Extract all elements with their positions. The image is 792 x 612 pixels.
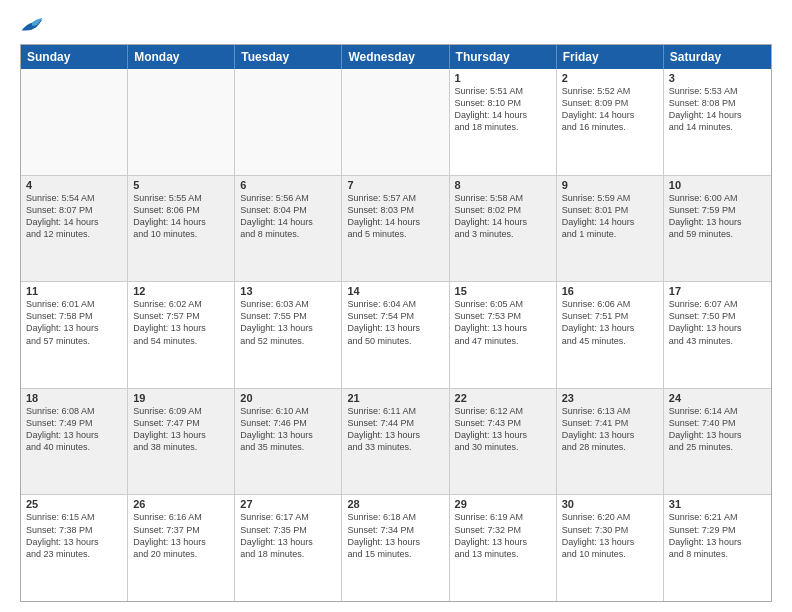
day-number: 29 bbox=[455, 498, 551, 510]
day-number: 5 bbox=[133, 179, 229, 191]
calendar: SundayMondayTuesdayWednesdayThursdayFrid… bbox=[20, 44, 772, 602]
day-number: 25 bbox=[26, 498, 122, 510]
day-number: 7 bbox=[347, 179, 443, 191]
day-number: 13 bbox=[240, 285, 336, 297]
day-number: 15 bbox=[455, 285, 551, 297]
logo-icon bbox=[20, 16, 44, 34]
day-number: 3 bbox=[669, 72, 766, 84]
day-cell-24: 24Sunrise: 6:14 AM Sunset: 7:40 PM Dayli… bbox=[664, 389, 771, 495]
day-number: 14 bbox=[347, 285, 443, 297]
week-row-4: 18Sunrise: 6:08 AM Sunset: 7:49 PM Dayli… bbox=[21, 389, 771, 496]
day-cell-3: 3Sunrise: 5:53 AM Sunset: 8:08 PM Daylig… bbox=[664, 69, 771, 175]
day-cell-16: 16Sunrise: 6:06 AM Sunset: 7:51 PM Dayli… bbox=[557, 282, 664, 388]
day-cell-8: 8Sunrise: 5:58 AM Sunset: 8:02 PM Daylig… bbox=[450, 176, 557, 282]
day-cell-19: 19Sunrise: 6:09 AM Sunset: 7:47 PM Dayli… bbox=[128, 389, 235, 495]
day-info: Sunrise: 6:12 AM Sunset: 7:43 PM Dayligh… bbox=[455, 405, 551, 454]
day-number: 11 bbox=[26, 285, 122, 297]
day-number: 18 bbox=[26, 392, 122, 404]
day-info: Sunrise: 6:17 AM Sunset: 7:35 PM Dayligh… bbox=[240, 511, 336, 560]
header bbox=[20, 16, 772, 34]
day-number: 28 bbox=[347, 498, 443, 510]
day-info: Sunrise: 6:16 AM Sunset: 7:37 PM Dayligh… bbox=[133, 511, 229, 560]
day-cell-12: 12Sunrise: 6:02 AM Sunset: 7:57 PM Dayli… bbox=[128, 282, 235, 388]
day-info: Sunrise: 6:02 AM Sunset: 7:57 PM Dayligh… bbox=[133, 298, 229, 347]
day-number: 16 bbox=[562, 285, 658, 297]
day-info: Sunrise: 5:57 AM Sunset: 8:03 PM Dayligh… bbox=[347, 192, 443, 241]
day-header-friday: Friday bbox=[557, 45, 664, 69]
day-header-sunday: Sunday bbox=[21, 45, 128, 69]
day-cell-26: 26Sunrise: 6:16 AM Sunset: 7:37 PM Dayli… bbox=[128, 495, 235, 601]
day-cell-2: 2Sunrise: 5:52 AM Sunset: 8:09 PM Daylig… bbox=[557, 69, 664, 175]
day-info: Sunrise: 5:55 AM Sunset: 8:06 PM Dayligh… bbox=[133, 192, 229, 241]
day-number: 4 bbox=[26, 179, 122, 191]
day-cell-1: 1Sunrise: 5:51 AM Sunset: 8:10 PM Daylig… bbox=[450, 69, 557, 175]
week-row-2: 4Sunrise: 5:54 AM Sunset: 8:07 PM Daylig… bbox=[21, 176, 771, 283]
calendar-body: 1Sunrise: 5:51 AM Sunset: 8:10 PM Daylig… bbox=[21, 69, 771, 601]
empty-cell bbox=[128, 69, 235, 175]
day-cell-25: 25Sunrise: 6:15 AM Sunset: 7:38 PM Dayli… bbox=[21, 495, 128, 601]
day-cell-17: 17Sunrise: 6:07 AM Sunset: 7:50 PM Dayli… bbox=[664, 282, 771, 388]
day-number: 19 bbox=[133, 392, 229, 404]
week-row-5: 25Sunrise: 6:15 AM Sunset: 7:38 PM Dayli… bbox=[21, 495, 771, 601]
week-row-3: 11Sunrise: 6:01 AM Sunset: 7:58 PM Dayli… bbox=[21, 282, 771, 389]
day-cell-31: 31Sunrise: 6:21 AM Sunset: 7:29 PM Dayli… bbox=[664, 495, 771, 601]
day-info: Sunrise: 6:06 AM Sunset: 7:51 PM Dayligh… bbox=[562, 298, 658, 347]
day-cell-6: 6Sunrise: 5:56 AM Sunset: 8:04 PM Daylig… bbox=[235, 176, 342, 282]
day-cell-4: 4Sunrise: 5:54 AM Sunset: 8:07 PM Daylig… bbox=[21, 176, 128, 282]
empty-cell bbox=[21, 69, 128, 175]
calendar-header: SundayMondayTuesdayWednesdayThursdayFrid… bbox=[21, 45, 771, 69]
day-number: 30 bbox=[562, 498, 658, 510]
day-info: Sunrise: 6:14 AM Sunset: 7:40 PM Dayligh… bbox=[669, 405, 766, 454]
day-cell-21: 21Sunrise: 6:11 AM Sunset: 7:44 PM Dayli… bbox=[342, 389, 449, 495]
day-info: Sunrise: 6:04 AM Sunset: 7:54 PM Dayligh… bbox=[347, 298, 443, 347]
day-cell-28: 28Sunrise: 6:18 AM Sunset: 7:34 PM Dayli… bbox=[342, 495, 449, 601]
day-cell-11: 11Sunrise: 6:01 AM Sunset: 7:58 PM Dayli… bbox=[21, 282, 128, 388]
logo bbox=[20, 16, 46, 34]
day-info: Sunrise: 6:00 AM Sunset: 7:59 PM Dayligh… bbox=[669, 192, 766, 241]
day-number: 26 bbox=[133, 498, 229, 510]
day-number: 2 bbox=[562, 72, 658, 84]
day-number: 22 bbox=[455, 392, 551, 404]
day-cell-18: 18Sunrise: 6:08 AM Sunset: 7:49 PM Dayli… bbox=[21, 389, 128, 495]
day-cell-22: 22Sunrise: 6:12 AM Sunset: 7:43 PM Dayli… bbox=[450, 389, 557, 495]
day-number: 8 bbox=[455, 179, 551, 191]
day-info: Sunrise: 6:10 AM Sunset: 7:46 PM Dayligh… bbox=[240, 405, 336, 454]
day-cell-27: 27Sunrise: 6:17 AM Sunset: 7:35 PM Dayli… bbox=[235, 495, 342, 601]
day-info: Sunrise: 5:53 AM Sunset: 8:08 PM Dayligh… bbox=[669, 85, 766, 134]
day-info: Sunrise: 6:11 AM Sunset: 7:44 PM Dayligh… bbox=[347, 405, 443, 454]
day-cell-9: 9Sunrise: 5:59 AM Sunset: 8:01 PM Daylig… bbox=[557, 176, 664, 282]
day-number: 23 bbox=[562, 392, 658, 404]
day-info: Sunrise: 6:05 AM Sunset: 7:53 PM Dayligh… bbox=[455, 298, 551, 347]
day-info: Sunrise: 6:08 AM Sunset: 7:49 PM Dayligh… bbox=[26, 405, 122, 454]
day-header-monday: Monday bbox=[128, 45, 235, 69]
day-cell-13: 13Sunrise: 6:03 AM Sunset: 7:55 PM Dayli… bbox=[235, 282, 342, 388]
day-number: 9 bbox=[562, 179, 658, 191]
day-info: Sunrise: 6:07 AM Sunset: 7:50 PM Dayligh… bbox=[669, 298, 766, 347]
day-cell-15: 15Sunrise: 6:05 AM Sunset: 7:53 PM Dayli… bbox=[450, 282, 557, 388]
day-cell-7: 7Sunrise: 5:57 AM Sunset: 8:03 PM Daylig… bbox=[342, 176, 449, 282]
day-cell-23: 23Sunrise: 6:13 AM Sunset: 7:41 PM Dayli… bbox=[557, 389, 664, 495]
day-number: 20 bbox=[240, 392, 336, 404]
day-number: 6 bbox=[240, 179, 336, 191]
day-info: Sunrise: 5:56 AM Sunset: 8:04 PM Dayligh… bbox=[240, 192, 336, 241]
day-number: 31 bbox=[669, 498, 766, 510]
day-info: Sunrise: 6:15 AM Sunset: 7:38 PM Dayligh… bbox=[26, 511, 122, 560]
day-number: 12 bbox=[133, 285, 229, 297]
day-info: Sunrise: 5:59 AM Sunset: 8:01 PM Dayligh… bbox=[562, 192, 658, 241]
day-info: Sunrise: 6:13 AM Sunset: 7:41 PM Dayligh… bbox=[562, 405, 658, 454]
week-row-1: 1Sunrise: 5:51 AM Sunset: 8:10 PM Daylig… bbox=[21, 69, 771, 176]
empty-cell bbox=[342, 69, 449, 175]
day-info: Sunrise: 5:51 AM Sunset: 8:10 PM Dayligh… bbox=[455, 85, 551, 134]
day-cell-29: 29Sunrise: 6:19 AM Sunset: 7:32 PM Dayli… bbox=[450, 495, 557, 601]
day-header-saturday: Saturday bbox=[664, 45, 771, 69]
day-info: Sunrise: 6:19 AM Sunset: 7:32 PM Dayligh… bbox=[455, 511, 551, 560]
day-info: Sunrise: 6:03 AM Sunset: 7:55 PM Dayligh… bbox=[240, 298, 336, 347]
day-number: 27 bbox=[240, 498, 336, 510]
day-number: 10 bbox=[669, 179, 766, 191]
day-number: 21 bbox=[347, 392, 443, 404]
day-header-wednesday: Wednesday bbox=[342, 45, 449, 69]
day-info: Sunrise: 6:09 AM Sunset: 7:47 PM Dayligh… bbox=[133, 405, 229, 454]
day-info: Sunrise: 6:21 AM Sunset: 7:29 PM Dayligh… bbox=[669, 511, 766, 560]
day-info: Sunrise: 5:52 AM Sunset: 8:09 PM Dayligh… bbox=[562, 85, 658, 134]
day-cell-14: 14Sunrise: 6:04 AM Sunset: 7:54 PM Dayli… bbox=[342, 282, 449, 388]
